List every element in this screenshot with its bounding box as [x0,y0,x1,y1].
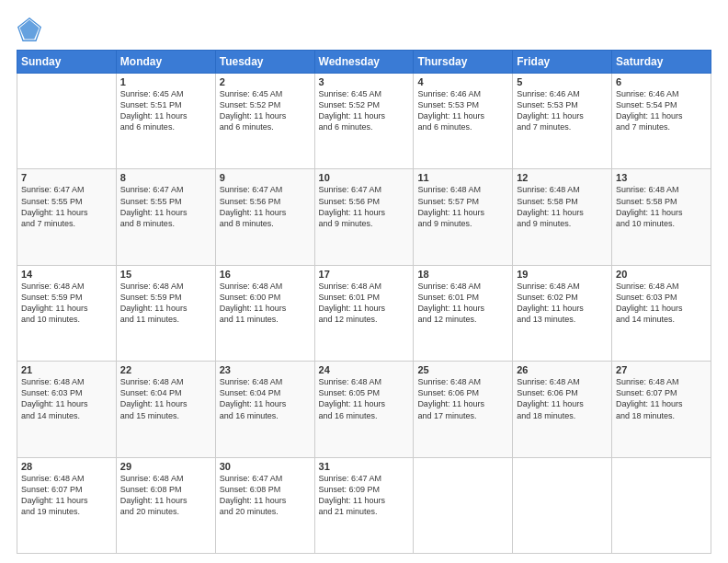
day-number: 16 [220,269,311,280]
day-info: Sunrise: 6:48 AM Sunset: 6:04 PM Dayligh… [120,376,211,421]
day-info: Sunrise: 6:47 AM Sunset: 5:56 PM Dayligh… [220,184,311,229]
day-number: 6 [616,76,707,87]
day-number: 13 [616,172,707,183]
day-number: 10 [319,172,410,183]
calendar-week-row: 14Sunrise: 6:48 AM Sunset: 5:59 PM Dayli… [17,265,711,361]
calendar-cell: 1Sunrise: 6:45 AM Sunset: 5:51 PM Daylig… [116,74,215,169]
calendar-day-header: Sunday [17,51,117,74]
calendar-cell: 20Sunrise: 6:48 AM Sunset: 6:03 PM Dayli… [612,265,711,361]
calendar-cell [17,74,117,169]
day-number: 27 [616,364,707,375]
day-info: Sunrise: 6:45 AM Sunset: 5:52 PM Dayligh… [220,88,311,133]
calendar-cell: 18Sunrise: 6:48 AM Sunset: 6:01 PM Dayli… [414,265,513,361]
day-number: 14 [21,269,112,280]
day-info: Sunrise: 6:47 AM Sunset: 5:55 PM Dayligh… [120,184,211,229]
calendar-cell: 15Sunrise: 6:48 AM Sunset: 5:59 PM Dayli… [116,265,215,361]
calendar-cell: 12Sunrise: 6:48 AM Sunset: 5:58 PM Dayli… [513,169,612,265]
calendar-cell: 11Sunrise: 6:48 AM Sunset: 5:57 PM Dayli… [414,169,513,265]
day-info: Sunrise: 6:48 AM Sunset: 6:05 PM Dayligh… [319,376,410,421]
calendar-cell: 6Sunrise: 6:46 AM Sunset: 5:54 PM Daylig… [612,74,711,169]
day-info: Sunrise: 6:48 AM Sunset: 6:03 PM Dayligh… [616,281,707,326]
day-number: 15 [120,269,211,280]
day-info: Sunrise: 6:48 AM Sunset: 6:07 PM Dayligh… [616,376,707,421]
day-info: Sunrise: 6:47 AM Sunset: 6:08 PM Dayligh… [220,473,311,518]
calendar-cell: 27Sunrise: 6:48 AM Sunset: 6:07 PM Dayli… [612,362,711,457]
day-number: 17 [319,269,410,280]
header [17,17,711,42]
day-number: 24 [319,364,410,375]
day-info: Sunrise: 6:47 AM Sunset: 6:09 PM Dayligh… [319,473,410,518]
calendar-cell: 16Sunrise: 6:48 AM Sunset: 6:00 PM Dayli… [215,265,314,361]
day-number: 28 [21,461,112,472]
day-info: Sunrise: 6:48 AM Sunset: 6:04 PM Dayligh… [220,376,311,421]
day-info: Sunrise: 6:48 AM Sunset: 5:59 PM Dayligh… [21,281,112,326]
day-info: Sunrise: 6:48 AM Sunset: 5:58 PM Dayligh… [517,184,608,229]
calendar-cell: 4Sunrise: 6:46 AM Sunset: 5:53 PM Daylig… [414,74,513,169]
calendar-cell: 26Sunrise: 6:48 AM Sunset: 6:06 PM Dayli… [513,362,612,457]
calendar-cell: 30Sunrise: 6:47 AM Sunset: 6:08 PM Dayli… [215,457,314,553]
calendar-cell: 19Sunrise: 6:48 AM Sunset: 6:02 PM Dayli… [513,265,612,361]
day-info: Sunrise: 6:48 AM Sunset: 6:06 PM Dayligh… [517,376,608,421]
calendar-cell: 5Sunrise: 6:46 AM Sunset: 5:53 PM Daylig… [513,74,612,169]
calendar-cell: 8Sunrise: 6:47 AM Sunset: 5:55 PM Daylig… [116,169,215,265]
calendar-cell [414,457,513,553]
calendar-week-row: 28Sunrise: 6:48 AM Sunset: 6:07 PM Dayli… [17,457,711,553]
day-info: Sunrise: 6:48 AM Sunset: 5:58 PM Dayligh… [616,184,707,229]
day-info: Sunrise: 6:45 AM Sunset: 5:52 PM Dayligh… [319,88,410,133]
day-number: 3 [319,76,410,87]
day-number: 23 [220,364,311,375]
calendar-week-row: 1Sunrise: 6:45 AM Sunset: 5:51 PM Daylig… [17,74,711,169]
day-info: Sunrise: 6:48 AM Sunset: 6:08 PM Dayligh… [120,473,211,518]
calendar-cell: 17Sunrise: 6:48 AM Sunset: 6:01 PM Dayli… [314,265,414,361]
calendar-cell: 9Sunrise: 6:47 AM Sunset: 5:56 PM Daylig… [215,169,314,265]
calendar-day-header: Friday [513,51,612,74]
day-info: Sunrise: 6:48 AM Sunset: 6:07 PM Dayligh… [21,473,112,518]
day-info: Sunrise: 6:48 AM Sunset: 6:02 PM Dayligh… [517,281,608,326]
calendar-cell: 22Sunrise: 6:48 AM Sunset: 6:04 PM Dayli… [116,362,215,457]
calendar-cell [612,457,711,553]
day-info: Sunrise: 6:48 AM Sunset: 6:03 PM Dayligh… [21,376,112,421]
day-info: Sunrise: 6:48 AM Sunset: 5:57 PM Dayligh… [417,184,508,229]
day-info: Sunrise: 6:46 AM Sunset: 5:54 PM Dayligh… [616,88,707,133]
day-info: Sunrise: 6:46 AM Sunset: 5:53 PM Dayligh… [517,88,608,133]
day-number: 2 [220,76,311,87]
calendar-cell: 24Sunrise: 6:48 AM Sunset: 6:05 PM Dayli… [314,362,414,457]
calendar-cell: 28Sunrise: 6:48 AM Sunset: 6:07 PM Dayli… [17,457,117,553]
day-number: 26 [517,364,608,375]
calendar-cell: 25Sunrise: 6:48 AM Sunset: 6:06 PM Dayli… [414,362,513,457]
day-info: Sunrise: 6:46 AM Sunset: 5:53 PM Dayligh… [417,88,508,133]
day-info: Sunrise: 6:47 AM Sunset: 5:56 PM Dayligh… [319,184,410,229]
calendar-cell: 14Sunrise: 6:48 AM Sunset: 5:59 PM Dayli… [17,265,117,361]
calendar-cell: 7Sunrise: 6:47 AM Sunset: 5:55 PM Daylig… [17,169,117,265]
calendar-week-row: 21Sunrise: 6:48 AM Sunset: 6:03 PM Dayli… [17,362,711,457]
day-info: Sunrise: 6:45 AM Sunset: 5:51 PM Dayligh… [120,88,211,133]
day-number: 29 [120,461,211,472]
day-info: Sunrise: 6:48 AM Sunset: 6:01 PM Dayligh… [417,281,508,326]
day-number: 4 [417,76,508,87]
day-number: 19 [517,269,608,280]
calendar-table: SundayMondayTuesdayWednesdayThursdayFrid… [17,50,711,554]
day-number: 31 [319,461,410,472]
calendar-cell [513,457,612,553]
logo-icon [17,17,42,42]
calendar-cell: 3Sunrise: 6:45 AM Sunset: 5:52 PM Daylig… [314,74,414,169]
calendar-day-header: Monday [116,51,215,74]
calendar-cell: 10Sunrise: 6:47 AM Sunset: 5:56 PM Dayli… [314,169,414,265]
day-info: Sunrise: 6:47 AM Sunset: 5:55 PM Dayligh… [21,184,112,229]
logo [17,17,46,42]
calendar-day-header: Saturday [612,51,711,74]
calendar-header-row: SundayMondayTuesdayWednesdayThursdayFrid… [17,51,711,74]
svg-marker-0 [20,20,40,40]
calendar-cell: 13Sunrise: 6:48 AM Sunset: 5:58 PM Dayli… [612,169,711,265]
day-number: 12 [517,172,608,183]
day-info: Sunrise: 6:48 AM Sunset: 5:59 PM Dayligh… [120,281,211,326]
calendar-cell: 23Sunrise: 6:48 AM Sunset: 6:04 PM Dayli… [215,362,314,457]
day-number: 21 [21,364,112,375]
day-number: 5 [517,76,608,87]
day-number: 7 [21,172,112,183]
calendar-cell: 21Sunrise: 6:48 AM Sunset: 6:03 PM Dayli… [17,362,117,457]
day-info: Sunrise: 6:48 AM Sunset: 6:01 PM Dayligh… [319,281,410,326]
day-info: Sunrise: 6:48 AM Sunset: 6:06 PM Dayligh… [417,376,508,421]
day-number: 20 [616,269,707,280]
calendar-day-header: Thursday [414,51,513,74]
